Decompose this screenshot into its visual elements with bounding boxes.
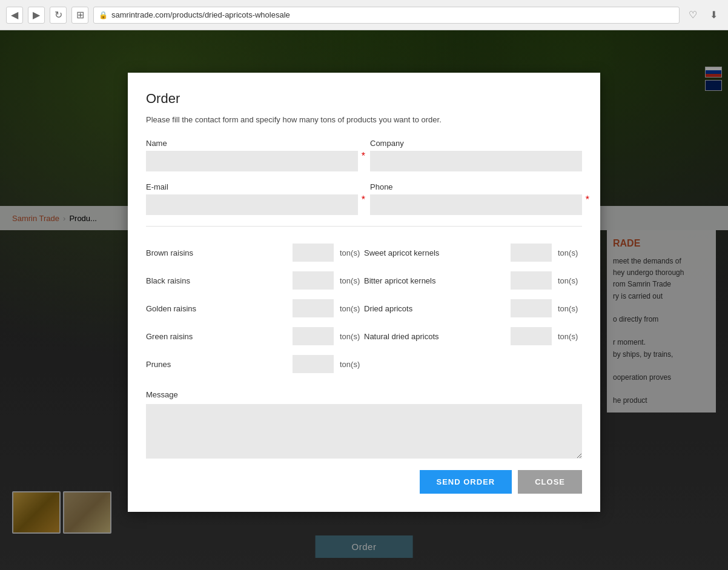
product-qty-dried-apricots[interactable] bbox=[511, 299, 552, 317]
product-name-bitter-apricot: Bitter apricot kernels bbox=[364, 276, 505, 285]
lock-icon: 🔒 bbox=[99, 11, 108, 19]
product-row-prunes: Prunes ton(s) bbox=[146, 350, 364, 378]
forward-button[interactable]: ▶ bbox=[28, 7, 45, 24]
product-qty-sweet-apricot[interactable] bbox=[511, 244, 552, 262]
order-modal: Order Please fill the contact form and s… bbox=[128, 73, 600, 512]
product-qty-natural-dried[interactable] bbox=[511, 327, 552, 345]
close-button[interactable]: CLOSE bbox=[518, 470, 582, 494]
modal-footer: SEND ORDER CLOSE bbox=[146, 470, 582, 494]
product-name-golden-raisins: Golden raisins bbox=[146, 304, 286, 313]
company-input[interactable] bbox=[370, 151, 582, 171]
address-bar[interactable]: 🔒 samrintrade.com/products/dried-apricot… bbox=[93, 7, 680, 24]
modal-description: Please fill the contact form and specify… bbox=[146, 115, 582, 124]
product-name-sweet-apricot: Sweet apricot kernels bbox=[364, 248, 505, 257]
company-group: Company bbox=[370, 139, 582, 171]
grid-button[interactable]: ⊞ bbox=[71, 7, 88, 24]
email-required: * bbox=[362, 194, 365, 205]
company-label: Company bbox=[370, 139, 582, 148]
product-name-brown-raisins: Brown raisins bbox=[146, 248, 286, 257]
phone-group: Phone * bbox=[370, 182, 582, 215]
product-qty-golden-raisins[interactable] bbox=[293, 299, 334, 317]
back-button[interactable]: ◀ bbox=[6, 7, 23, 24]
email-input[interactable] bbox=[146, 194, 358, 215]
name-input[interactable] bbox=[146, 151, 358, 171]
product-row-brown-raisins: Brown raisins ton(s) bbox=[146, 239, 364, 267]
reload-button[interactable]: ↻ bbox=[50, 7, 67, 24]
url-text: samrintrade.com/products/dried-apricots-… bbox=[111, 10, 290, 19]
product-row-green-raisins: Green raisins ton(s) bbox=[146, 322, 364, 350]
browser-actions: ♡ ⬇ bbox=[684, 7, 722, 24]
phone-required: * bbox=[586, 194, 589, 205]
product-unit-sweet-apricot: ton(s) bbox=[558, 248, 582, 257]
product-name-natural-dried: Natural dried apricots bbox=[364, 332, 505, 341]
product-name-dried-apricots: Dried apricots bbox=[364, 304, 505, 313]
product-unit-bitter-apricot: ton(s) bbox=[558, 276, 582, 285]
product-row-natural-dried: Natural dried apricots ton(s) bbox=[364, 322, 582, 350]
browser-chrome: ◀ ▶ ↻ ⊞ 🔒 samrintrade.com/products/dried… bbox=[0, 0, 728, 30]
product-unit-natural-dried: ton(s) bbox=[558, 332, 582, 341]
product-row-golden-raisins: Golden raisins ton(s) bbox=[146, 294, 364, 322]
email-group: E-mail * bbox=[146, 182, 358, 215]
product-row-sweet-apricot: Sweet apricot kernels ton(s) bbox=[364, 239, 582, 267]
bookmark-icon[interactable]: ♡ bbox=[684, 7, 701, 24]
product-qty-brown-raisins[interactable] bbox=[293, 244, 334, 262]
name-company-row: Name * Company bbox=[146, 139, 582, 171]
product-qty-green-raisins[interactable] bbox=[293, 327, 334, 345]
form-divider bbox=[146, 226, 582, 227]
product-name-green-raisins: Green raisins bbox=[146, 332, 286, 341]
name-label: Name bbox=[146, 139, 358, 148]
name-group: Name * bbox=[146, 139, 358, 171]
product-qty-black-raisins[interactable] bbox=[293, 271, 334, 290]
product-unit-black-raisins: ton(s) bbox=[340, 276, 364, 285]
email-label: E-mail bbox=[146, 182, 358, 191]
product-row-bitter-apricot: Bitter apricot kernels ton(s) bbox=[364, 267, 582, 294]
send-order-button[interactable]: SEND ORDER bbox=[420, 470, 512, 494]
phone-label: Phone bbox=[370, 182, 582, 191]
product-name-prunes: Prunes bbox=[146, 360, 286, 369]
product-qty-prunes[interactable] bbox=[293, 355, 334, 373]
product-row-black-raisins: Black raisins ton(s) bbox=[146, 267, 364, 294]
message-textarea[interactable] bbox=[146, 404, 582, 459]
product-name-black-raisins: Black raisins bbox=[146, 276, 286, 285]
product-unit-green-raisins: ton(s) bbox=[340, 332, 364, 341]
product-unit-brown-raisins: ton(s) bbox=[340, 248, 364, 257]
product-unit-prunes: ton(s) bbox=[340, 360, 364, 369]
phone-input[interactable] bbox=[370, 194, 582, 215]
page-background: Samrin Trade › Produ... RADE meet the de… bbox=[0, 30, 728, 570]
product-unit-dried-apricots: ton(s) bbox=[558, 304, 582, 313]
product-column-left: Brown raisins ton(s) Black raisins ton(s… bbox=[146, 239, 364, 378]
product-row-dried-apricots: Dried apricots ton(s) bbox=[364, 294, 582, 322]
modal-title: Order bbox=[146, 91, 582, 107]
product-qty-bitter-apricot[interactable] bbox=[511, 271, 552, 290]
product-column-right: Sweet apricot kernels ton(s) Bitter apri… bbox=[364, 239, 582, 378]
download-icon[interactable]: ⬇ bbox=[705, 7, 722, 24]
product-grid: Brown raisins ton(s) Black raisins ton(s… bbox=[146, 239, 582, 378]
message-label: Message bbox=[146, 390, 582, 399]
name-required: * bbox=[362, 151, 365, 162]
product-unit-golden-raisins: ton(s) bbox=[340, 304, 364, 313]
email-phone-row: E-mail * Phone * bbox=[146, 182, 582, 215]
